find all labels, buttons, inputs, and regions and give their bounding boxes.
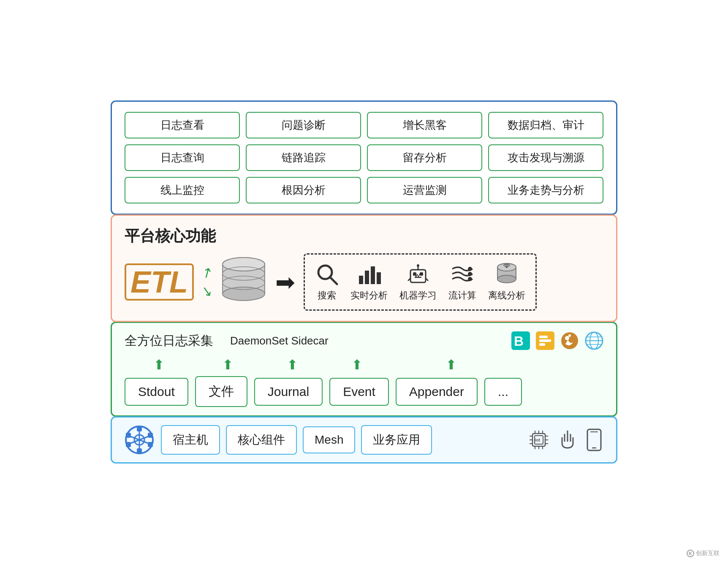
- iot-chip-icon: iot: [527, 428, 550, 451]
- use-case-12: 业务走势与分析: [488, 177, 603, 203]
- watermark-icon: K: [687, 550, 694, 557]
- stream-label: 流计算: [448, 289, 476, 302]
- platform-content: ETL ↗ ↘: [125, 253, 603, 311]
- use-case-2: 问题诊断: [246, 112, 361, 138]
- stream-icon: [451, 262, 474, 286]
- use-cases-section: 日志查看 问题诊断 增长黑客 数据归档、审计 日志查询 链路追踪 留存分析 攻击…: [111, 100, 617, 215]
- svg-rect-31: [539, 336, 548, 338]
- svg-rect-10: [371, 266, 375, 284]
- realtime-analysis-capability: 实时分析: [350, 262, 388, 302]
- offline-db-icon: [495, 262, 519, 286]
- realtime-label: 实时分析: [350, 289, 388, 302]
- svg-point-27: [506, 266, 508, 268]
- ml-capability: 机器学习: [399, 262, 437, 302]
- ml-label: 机器学习: [399, 289, 437, 302]
- svg-rect-47: [137, 426, 142, 431]
- svg-rect-9: [365, 271, 369, 284]
- svg-point-2: [223, 287, 265, 301]
- arrow-up-icon: ↗: [198, 263, 216, 282]
- svg-rect-8: [359, 276, 363, 284]
- log-collection-title: 全方位日志采集: [125, 332, 213, 350]
- use-case-3: 增长黑客: [367, 112, 482, 138]
- log-collection-section: 全方位日志采集 DaemonSet Sidecar B: [111, 322, 617, 417]
- svg-point-36: [568, 334, 571, 337]
- svg-rect-11: [377, 272, 381, 284]
- use-cases-grid: 日志查看 问题诊断 增长黑客 数据归档、审计 日志查询 链路追踪 留存分析 攻击…: [125, 112, 603, 203]
- svg-point-35: [565, 336, 569, 340]
- svg-point-21: [468, 272, 472, 276]
- use-case-4: 数据归档、审计: [488, 112, 603, 138]
- offline-label: 离线分析: [488, 289, 525, 302]
- svg-line-7: [330, 277, 337, 284]
- svg-rect-48: [137, 448, 142, 453]
- use-case-5: 日志查询: [125, 144, 240, 171]
- svg-point-20: [468, 267, 472, 271]
- svg-point-22: [468, 277, 472, 281]
- search-capability: 搜索: [315, 262, 339, 302]
- log-type-file: 文件: [195, 376, 247, 407]
- source-host: 宿主机: [161, 425, 220, 455]
- sources-section: 宿主机 核心组件 Mesh 业务应用 iot: [111, 416, 617, 464]
- arrows-block: ↗ ↘: [201, 265, 213, 299]
- arrow-up-appender: ⬆: [445, 357, 457, 373]
- main-diagram: 日志查看 问题诊断 增长黑客 数据归档、审计 日志查询 链路追踪 留存分析 攻击…: [111, 100, 617, 464]
- use-case-11: 运营监测: [367, 177, 482, 203]
- svg-rect-68: [587, 429, 601, 450]
- iot-icons-group: iot: [527, 428, 603, 451]
- search-icon: [315, 262, 339, 286]
- svg-text:B: B: [514, 334, 524, 349]
- stream-compute-capability: 流计算: [448, 262, 476, 302]
- log-type-journal: Journal: [254, 378, 323, 406]
- watermark: K 创新互联: [687, 550, 720, 557]
- svg-rect-32: [539, 339, 551, 342]
- logstash-icon: [536, 331, 554, 350]
- svg-point-25: [497, 275, 516, 283]
- svg-text:iot: iot: [535, 438, 541, 442]
- svg-rect-52: [148, 442, 153, 447]
- globe-icon: [585, 331, 603, 350]
- use-case-8: 攻击发现与溯源: [488, 144, 603, 171]
- big-right-arrow-icon: ➡: [275, 269, 295, 296]
- platform-core-section: 平台核心功能 ETL ↗ ↘: [111, 214, 617, 322]
- log-type-appender: Appender: [396, 378, 478, 406]
- database-icon: [220, 257, 267, 307]
- offline-analysis-capability: 离线分析: [488, 262, 525, 302]
- source-core: 核心组件: [226, 425, 297, 455]
- bar-chart-icon: [357, 262, 381, 286]
- etl-block: ETL: [125, 263, 194, 301]
- etl-label: ETL: [125, 263, 194, 301]
- svg-rect-50: [148, 433, 153, 438]
- robot-icon: [406, 262, 430, 286]
- search-label: 搜索: [318, 289, 336, 302]
- platform-title: 平台核心功能: [125, 226, 603, 247]
- kubernetes-icon: [125, 425, 154, 455]
- source-mesh: Mesh: [303, 426, 355, 453]
- log-types-row: Stdout 文件 Journal Event Appender ...: [125, 376, 603, 407]
- svg-rect-49: [126, 433, 131, 438]
- beats-icon: B: [511, 331, 530, 350]
- arrow-up-file: ⬆: [222, 357, 234, 373]
- log-type-more: ...: [484, 378, 522, 406]
- use-case-6: 链路追踪: [246, 144, 361, 171]
- arrow-up-journal: ⬆: [287, 357, 298, 373]
- processing-icons-row: 搜索 实时分析: [315, 262, 525, 302]
- arrow-up-event: ⬆: [351, 357, 363, 373]
- big-arrow-block: ➡: [275, 268, 295, 296]
- touch-icon: [556, 428, 579, 451]
- log-type-event: Event: [329, 378, 389, 406]
- watermark-text: 创新互联: [696, 550, 720, 557]
- use-case-7: 留存分析: [367, 144, 482, 171]
- log-type-stdout: Stdout: [125, 378, 188, 406]
- arrow-up-stdout: ⬆: [153, 357, 165, 373]
- use-case-9: 线上监控: [125, 177, 240, 203]
- mobile-icon: [585, 428, 603, 451]
- log-arrows-row: ⬆ ⬆ ⬆ ⬆ ⬆: [125, 357, 603, 373]
- source-items-group: 宿主机 核心组件 Mesh 业务应用: [161, 425, 521, 455]
- etl-text: ETL: [130, 265, 188, 299]
- svg-rect-33: [539, 343, 545, 346]
- use-case-10: 根因分析: [246, 177, 361, 203]
- database-block: [220, 257, 267, 307]
- arrow-down-icon: ↘: [200, 282, 214, 300]
- brand-icons-group: B: [511, 331, 603, 350]
- processing-options-box: 搜索 实时分析: [304, 253, 537, 311]
